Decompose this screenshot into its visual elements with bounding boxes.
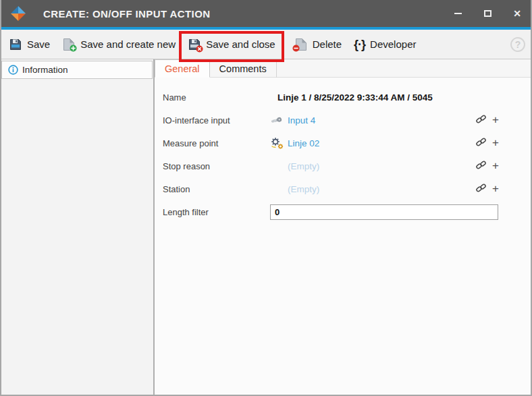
link-reference-icon[interactable] bbox=[476, 114, 486, 127]
main-area: Information General Comments Name Linje … bbox=[0, 59, 532, 396]
tab-strip: General Comments bbox=[155, 59, 532, 78]
measure-point-value-link[interactable]: Linje 02 bbox=[288, 138, 319, 148]
io-interface-input-value-link[interactable]: Input 4 bbox=[288, 115, 315, 125]
document-plus-icon bbox=[62, 38, 76, 51]
information-panel-title: Information bbox=[22, 65, 68, 75]
information-panel-header[interactable]: Information bbox=[1, 61, 153, 79]
form-row-length-filter: Length filter bbox=[163, 200, 499, 223]
stop-reason-value-empty: (Empty) bbox=[288, 161, 319, 171]
measure-point-label: Measure point bbox=[163, 138, 270, 148]
toolbar: Save Save and create new bbox=[0, 30, 532, 59]
dialog-window: CREATE: ON/OFF INPUT ACTION ✕ Save bbox=[0, 0, 532, 396]
close-button[interactable]: ✕ bbox=[502, 0, 532, 27]
information-panel: Information bbox=[0, 59, 155, 396]
window-title: CREATE: ON/OFF INPUT ACTION bbox=[43, 8, 210, 20]
name-value: Linje 1 / 8/25/2022 9:33:44 AM / 5045 bbox=[270, 92, 433, 103]
maximize-icon bbox=[484, 10, 491, 17]
help-button[interactable]: ? bbox=[510, 37, 525, 52]
form-row-stop-reason: Stop reason (Empty) bbox=[163, 154, 499, 177]
save-button-label: Save bbox=[27, 38, 50, 50]
station-value-empty: (Empty) bbox=[288, 184, 319, 194]
code-braces-icon: {·} bbox=[354, 38, 365, 51]
tab-comments[interactable]: Comments bbox=[210, 59, 277, 78]
developer-button-label: Developer bbox=[370, 38, 416, 50]
stop-reason-label: Stop reason bbox=[163, 161, 270, 171]
link-reference-icon[interactable] bbox=[476, 183, 486, 196]
minimize-button[interactable] bbox=[443, 0, 473, 27]
save-button[interactable]: Save bbox=[3, 34, 56, 55]
delete-button-label: Delete bbox=[313, 38, 342, 50]
floppy-save-icon bbox=[9, 38, 22, 51]
info-icon bbox=[8, 65, 18, 75]
window-controls: ✕ bbox=[443, 0, 532, 27]
form-row-io-interface-input: IO-interface input bbox=[163, 109, 499, 132]
link-reference-icon[interactable] bbox=[476, 160, 486, 173]
maximize-button[interactable] bbox=[473, 0, 502, 27]
save-and-create-new-button[interactable]: Save and create new bbox=[56, 34, 182, 55]
delete-button[interactable]: Delete bbox=[288, 34, 348, 55]
form-row-name: Name Linje 1 / 8/25/2022 9:33:44 AM / 50… bbox=[163, 86, 499, 109]
app-logo-icon bbox=[9, 5, 27, 22]
add-icon[interactable]: + bbox=[492, 138, 499, 148]
length-filter-input[interactable] bbox=[270, 204, 498, 220]
name-label: Name bbox=[163, 92, 270, 103]
link-reference-icon[interactable] bbox=[476, 137, 486, 150]
add-icon[interactable]: + bbox=[492, 184, 499, 194]
station-label: Station bbox=[163, 184, 270, 194]
minimize-icon bbox=[454, 13, 462, 14]
bolt-icon bbox=[270, 115, 288, 125]
developer-button[interactable]: {·} Developer bbox=[348, 34, 422, 55]
general-form: Name Linje 1 / 8/25/2022 9:33:44 AM / 50… bbox=[155, 78, 532, 223]
save-and-close-button[interactable]: Save and close bbox=[182, 34, 282, 55]
tab-general-label: General bbox=[165, 63, 200, 74]
floppy-close-icon bbox=[188, 38, 201, 51]
length-filter-label: Length filter bbox=[163, 207, 270, 217]
help-icon: ? bbox=[515, 39, 521, 50]
gears-icon bbox=[270, 137, 288, 150]
save-and-create-new-label: Save and create new bbox=[80, 38, 176, 50]
tab-general[interactable]: General bbox=[155, 59, 210, 78]
detail-panel: General Comments Name Linje 1 / 8/25/202… bbox=[155, 59, 532, 396]
tab-comments-label: Comments bbox=[219, 63, 267, 74]
add-icon[interactable]: + bbox=[492, 161, 499, 171]
title-bar: CREATE: ON/OFF INPUT ACTION ✕ bbox=[0, 0, 532, 27]
close-icon: ✕ bbox=[513, 8, 521, 19]
save-and-close-label: Save and close bbox=[206, 38, 275, 50]
form-row-station: Station (Empty) bbox=[163, 177, 499, 200]
add-icon[interactable]: + bbox=[492, 115, 499, 125]
document-minus-icon bbox=[294, 38, 308, 51]
io-interface-input-label: IO-interface input bbox=[163, 115, 270, 125]
form-row-measure-point: Measure point bbox=[163, 132, 499, 154]
